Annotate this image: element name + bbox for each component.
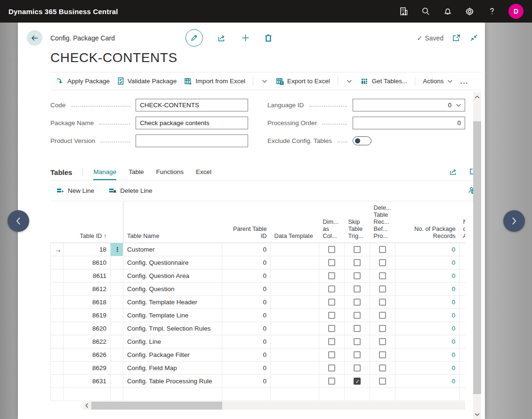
- skip-table-triggers-checkbox[interactable]: [354, 312, 361, 319]
- package-records-link[interactable]: 0: [451, 299, 455, 306]
- cell-table-name[interactable]: Config. Package Filter: [123, 348, 222, 361]
- header-data-template[interactable]: Data Template: [271, 201, 319, 243]
- header-no-of-package-records[interactable]: No. of Package Records: [395, 201, 459, 243]
- cell-data-template[interactable]: [271, 335, 319, 348]
- search-icon[interactable]: [414, 0, 436, 23]
- empty-row[interactable]: [51, 387, 466, 401]
- cell-data-template[interactable]: [271, 256, 319, 269]
- header-parent-table-id[interactable]: Parent Table ID: [222, 201, 271, 243]
- package-records-link[interactable]: 0: [451, 285, 455, 293]
- dim-as-col-checkbox[interactable]: [328, 246, 335, 253]
- cell-table-name[interactable]: Config. Questionnaire: [123, 256, 222, 269]
- processing-order-input[interactable]: [353, 117, 465, 129]
- package-records-link[interactable]: 0: [451, 259, 455, 266]
- header-table-name[interactable]: Table Name: [123, 201, 222, 243]
- product-version-input[interactable]: [136, 134, 248, 147]
- help-icon[interactable]: [481, 0, 503, 23]
- vertical-scrollbar[interactable]: [473, 92, 481, 419]
- user-avatar[interactable]: D: [508, 4, 524, 19]
- cell-table-id[interactable]: 8631: [64, 374, 111, 387]
- cell-parent-table-id[interactable]: 0: [222, 269, 271, 282]
- import-dropdown-chevron[interactable]: [261, 79, 268, 83]
- table-row[interactable]: → 8631 ⋮ Config. Table Processing Rule 0…: [51, 374, 466, 387]
- cell-table-name[interactable]: Customer: [123, 243, 222, 256]
- table-row[interactable]: → 8612 ⋮ Config. Question 0 0: [51, 282, 466, 295]
- package-records-link[interactable]: 0: [451, 246, 455, 253]
- skip-table-triggers-checkbox[interactable]: [354, 351, 361, 358]
- tab-functions[interactable]: Functions: [156, 168, 184, 180]
- code-input[interactable]: [136, 99, 248, 111]
- package-name-input[interactable]: [136, 117, 248, 129]
- delete-recs-checkbox[interactable]: [379, 325, 386, 332]
- cell-parent-table-id[interactable]: 0: [222, 335, 271, 348]
- dim-as-col-checkbox[interactable]: [328, 351, 335, 358]
- cell-table-id[interactable]: [64, 387, 111, 401]
- cell-parent-table-id[interactable]: 0: [222, 243, 271, 256]
- tab-manage[interactable]: Manage: [93, 168, 116, 180]
- dim-as-col-checkbox[interactable]: [328, 338, 335, 345]
- cell-parent-table-id[interactable]: 0: [222, 361, 271, 374]
- cell-table-name[interactable]: Config. Table Processing Rule: [123, 374, 222, 387]
- edit-icon[interactable]: [185, 29, 203, 47]
- cell-table-name[interactable]: Config. Field Map: [123, 361, 222, 374]
- cell-parent-table-id[interactable]: 0: [222, 348, 271, 361]
- cell-parent-table-id[interactable]: [222, 387, 271, 401]
- header-skip-table-triggers[interactable]: Skip Table Trig...: [345, 201, 370, 243]
- delete-recs-checkbox[interactable]: [379, 338, 386, 345]
- dim-as-col-checkbox[interactable]: [328, 299, 335, 306]
- cell-table-name[interactable]: Config. Question: [123, 282, 222, 295]
- cell-parent-table-id[interactable]: 0: [222, 295, 271, 308]
- package-records-link[interactable]: 0: [451, 364, 455, 372]
- table-row[interactable]: → 18 ⋮ Customer 0 0: [51, 243, 466, 256]
- table-row[interactable]: → 8610 ⋮ Config. Questionnaire 0 0: [51, 256, 466, 269]
- table-row[interactable]: → 8619 ⋮ Config. Template Line 0 0: [51, 308, 466, 322]
- open-in-window-icon[interactable]: [452, 34, 461, 42]
- cell-table-name[interactable]: [123, 387, 222, 401]
- tab-table[interactable]: Table: [129, 168, 144, 180]
- scroll-down-arrow[interactable]: [473, 411, 481, 418]
- header-delete-table-records[interactable]: Dele... Table Rec... Bef... Pro...: [370, 201, 395, 243]
- cell-data-template[interactable]: [271, 374, 319, 387]
- table-row[interactable]: → 8611 ⋮ Config. Question Area 0 0: [51, 269, 466, 282]
- cell-table-id[interactable]: 8622: [64, 335, 111, 348]
- package-records-link[interactable]: 0: [451, 312, 455, 319]
- cell-data-template[interactable]: [271, 308, 319, 322]
- table-row[interactable]: → 8618 ⋮ Config. Template Header 0 0: [51, 295, 466, 308]
- horizontal-scroll-thumb[interactable]: [91, 402, 222, 410]
- tab-excel[interactable]: Excel: [196, 168, 211, 180]
- package-records-link[interactable]: 0: [451, 272, 455, 279]
- delete-recs-checkbox[interactable]: [379, 351, 386, 358]
- exclude-config-tables-toggle[interactable]: [353, 136, 371, 145]
- delete-icon[interactable]: [264, 33, 273, 42]
- get-tables-button[interactable]: Get Tables...: [361, 78, 408, 85]
- delete-line-button[interactable]: Delete Line: [108, 187, 152, 195]
- previous-record-button[interactable]: [8, 210, 29, 232]
- cell-table-id[interactable]: 8611: [64, 269, 111, 282]
- cell-data-template[interactable]: [271, 387, 319, 401]
- export-to-excel-button[interactable]: X Export to Excel: [276, 78, 330, 85]
- cell-parent-table-id[interactable]: 0: [222, 374, 271, 387]
- cell-table-id[interactable]: 18: [64, 243, 111, 256]
- back-button[interactable]: [27, 30, 42, 46]
- new-line-button[interactable]: New Line: [56, 187, 94, 195]
- settings-icon[interactable]: [459, 0, 481, 23]
- notifications-icon[interactable]: [436, 0, 459, 23]
- dim-as-col-checkbox[interactable]: [328, 259, 335, 266]
- cell-parent-table-id[interactable]: 0: [222, 322, 271, 335]
- apply-package-button[interactable]: Apply Package: [56, 78, 110, 85]
- cell-table-id[interactable]: 8619: [64, 308, 111, 322]
- delete-recs-checkbox[interactable]: [379, 259, 386, 266]
- cell-table-name[interactable]: Config. Question Area: [123, 269, 222, 282]
- delete-recs-checkbox[interactable]: [379, 299, 386, 306]
- chevron-down-icon[interactable]: [456, 103, 461, 107]
- skip-table-triggers-checkbox[interactable]: [354, 259, 361, 266]
- table-row[interactable]: → 8626 ⋮ Config. Package Filter 0 0: [51, 348, 466, 361]
- table-row[interactable]: → 8622 ⋮ Config. Line 0 0: [51, 335, 466, 348]
- skip-table-triggers-checkbox[interactable]: [354, 299, 361, 306]
- skip-table-triggers-checkbox[interactable]: [354, 378, 361, 385]
- skip-table-triggers-checkbox[interactable]: [354, 325, 361, 332]
- dim-as-col-checkbox[interactable]: [328, 272, 335, 279]
- more-options-button[interactable]: ...: [460, 78, 469, 85]
- header-table-id[interactable]: Table ID ↑: [64, 201, 111, 243]
- delete-recs-checkbox[interactable]: [379, 285, 386, 293]
